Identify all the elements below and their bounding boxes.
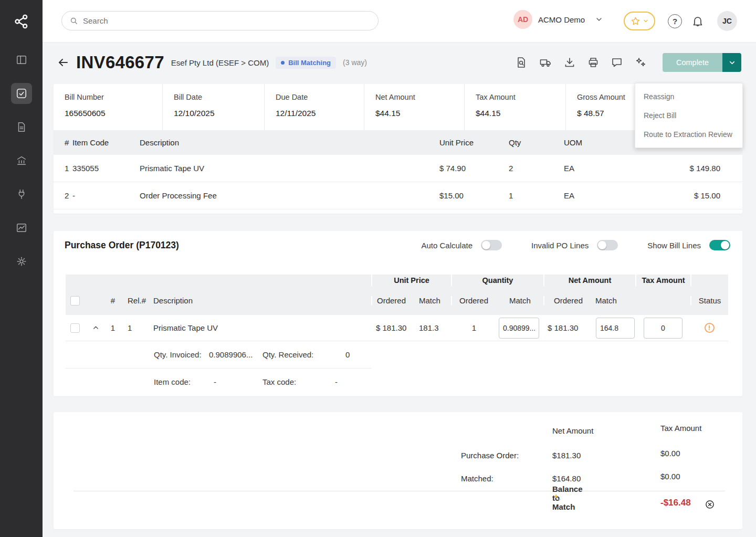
field-bill-number: Bill Number 165650605 — [54, 84, 162, 130]
po-title: Purchase Order (P170123) — [65, 240, 179, 251]
table-row[interactable]: 2 - Order Processing Fee $15.00 1 EA $ 1… — [54, 182, 742, 209]
sidebar-item-dashboard[interactable] — [11, 49, 32, 70]
bell-icon[interactable] — [691, 15, 704, 27]
cell-qty: 2 — [509, 164, 564, 173]
field-bill-date: Bill Date 12/10/2025 — [162, 84, 264, 130]
po-toggles: Auto Calculate Invalid PO Lines Show Bil… — [421, 240, 730, 250]
field-value: 12/11/2025 — [276, 109, 364, 118]
cell-unit-price: $ 74.90 — [439, 164, 509, 173]
item-code-value: - — [214, 368, 216, 396]
balance-to-match-value: -$16.48 — [660, 498, 691, 508]
show-bill-lines-toggle[interactable] — [709, 240, 730, 250]
sidebar-item-reports[interactable] — [11, 217, 32, 238]
vendor-subtitle: Esef Pty Ltd (ESEF > COM) — [171, 58, 269, 67]
qty-invoiced-label: Qty. Invoiced: — [154, 341, 202, 368]
row-checkbox[interactable] — [70, 323, 80, 333]
toggle-knob — [721, 241, 729, 249]
menu-item-reassign[interactable]: Reassign — [635, 87, 742, 106]
favorites-button[interactable] — [624, 12, 655, 30]
cell-num: 1 — [54, 164, 72, 173]
net-match-input[interactable] — [596, 318, 635, 339]
auto-match-icon[interactable] — [634, 56, 647, 69]
cell-uom: EA — [564, 164, 643, 173]
tax-code-label: Tax code: — [262, 368, 296, 396]
auto-calculate-label: Auto Calculate — [421, 241, 472, 250]
col-net-match: Match — [595, 296, 635, 305]
field-label: Due Date — [276, 93, 364, 101]
topbar: AD ACMO Demo ? JC — [43, 0, 756, 43]
po-table: Unit Price Quantity Net Amount Tax Amoun… — [66, 275, 728, 396]
field-net-amount: Net Amount $44.15 — [364, 84, 464, 130]
sidebar-item-tasks[interactable] — [11, 83, 32, 104]
sidebar — [0, 0, 43, 537]
cell-item-code: - — [72, 191, 140, 200]
sidebar-item-settings[interactable] — [11, 251, 32, 272]
group-unit-price: Unit Price — [371, 275, 451, 286]
gear-icon — [16, 256, 27, 267]
comment-icon[interactable] — [611, 56, 623, 69]
layout-icon — [16, 54, 27, 66]
group-tax-amount: Tax Amount — [635, 275, 690, 286]
badge-label: Bill Matching — [288, 59, 331, 67]
page-header: INV646677 Esef Pty Ltd (ESEF > COM) Bill… — [57, 50, 367, 75]
page-title: INV646677 — [76, 52, 164, 72]
table-row[interactable]: 1 335055 Prismatic Tape UV $ 74.90 2 EA … — [54, 155, 742, 182]
download-icon[interactable] — [563, 56, 576, 69]
chevron-up-icon[interactable] — [92, 324, 100, 332]
help-icon[interactable]: ? — [668, 14, 682, 28]
sidebar-item-integrations[interactable] — [11, 184, 32, 205]
truck-icon[interactable] — [539, 56, 552, 69]
po-line-row[interactable]: 1 1 Prismatic Tape UV $ 181.30 181.3 1 $… — [66, 315, 728, 341]
col-rel: Rel.# — [121, 296, 150, 305]
chevron-down-icon — [728, 59, 736, 67]
select-all-checkbox[interactable] — [70, 296, 80, 306]
invalid-po-toggle[interactable] — [597, 240, 618, 250]
toggle-knob — [598, 241, 606, 249]
complete-dropdown-button[interactable] — [722, 53, 741, 72]
building-icon — [16, 155, 27, 166]
group-empty — [66, 275, 371, 286]
sidebar-item-company[interactable] — [11, 150, 32, 171]
field-due-date: Due Date 12/11/2025 — [264, 84, 364, 130]
matched-tax: $0.00 — [660, 472, 680, 481]
menu-item-reject-bill[interactable]: Reject Bill — [635, 106, 742, 125]
field-tax-amount: Tax Amount $44.15 — [464, 84, 565, 130]
col-unit-match: Match — [412, 296, 451, 305]
invalid-po-label: Invalid PO Lines — [531, 241, 589, 250]
search-input[interactable] — [83, 16, 371, 25]
account-name: ACMO Demo — [538, 15, 585, 24]
header-actions — [515, 56, 647, 69]
complete-split-button: Complete — [663, 53, 741, 72]
qty-match-input[interactable] — [499, 318, 539, 339]
doc-scan-icon[interactable] — [515, 56, 528, 69]
warning-icon[interactable]: ! — [705, 323, 715, 333]
star-chevron-down-icon — [643, 18, 649, 24]
field-value: $44.15 — [375, 109, 464, 118]
auto-calculate-toggle[interactable] — [481, 240, 502, 250]
cell-description: Prismatic Tape UV — [150, 323, 371, 332]
col-uom: UOM — [564, 138, 643, 147]
user-avatar[interactable]: JC — [717, 11, 737, 31]
chart-icon — [16, 222, 27, 234]
menu-item-route-extraction[interactable]: Route to Extraction Review — [635, 125, 742, 144]
field-label: Tax Amount — [476, 93, 565, 101]
col-unit-ordered: Ordered — [371, 296, 412, 305]
cell-uom: EA — [564, 191, 643, 200]
cell-amount: $ 15.00 — [643, 191, 742, 200]
account-chevron-down-icon[interactable] — [595, 15, 603, 24]
col-qty-ordered: Ordered — [451, 296, 497, 305]
print-icon[interactable] — [587, 56, 600, 69]
complete-button[interactable]: Complete — [663, 53, 722, 72]
sidebar-item-documents[interactable] — [11, 117, 32, 138]
po-detail-row-codes: Item code: - Tax code: - — [66, 368, 728, 396]
circle-x-icon[interactable] — [705, 499, 715, 510]
cell-qty-ordered: 1 — [451, 323, 497, 332]
task-check-icon — [16, 88, 27, 99]
warning-glyph: ! — [708, 324, 710, 332]
tax-match-input[interactable] — [644, 318, 682, 339]
purchase-order-net: $181.30 — [552, 451, 581, 460]
col-qty-match: Match — [497, 296, 543, 305]
back-arrow-icon[interactable] — [57, 56, 69, 69]
field-value: 12/10/2025 — [174, 109, 264, 118]
toggle-knob — [482, 241, 490, 249]
